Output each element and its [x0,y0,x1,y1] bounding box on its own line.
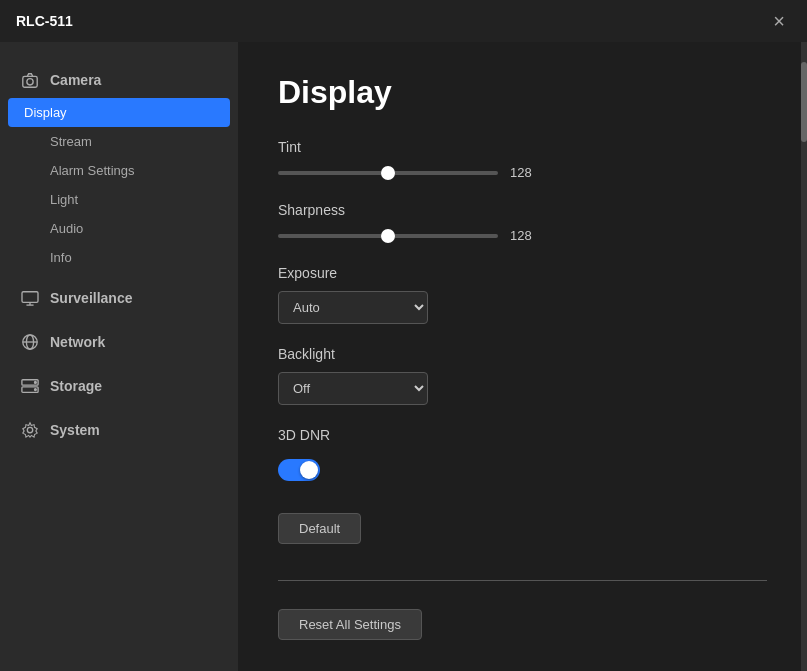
svg-point-1 [27,79,33,85]
close-button[interactable]: × [767,9,791,33]
window-title: RLC-511 [16,13,73,29]
sidebar-header-camera[interactable]: Camera [0,62,238,98]
sidebar-header-surveillance[interactable]: Surveillance [0,280,238,316]
storage-icon [20,376,40,396]
app-window: RLC-511 × Camera Display [0,0,807,671]
dnr-setting: 3D DNR [278,427,767,485]
sidebar: Camera Display Stream Alarm Settings Lig… [0,42,238,671]
settings-divider [278,580,767,581]
sidebar-section-network: Network [0,324,238,360]
scrollbar-thumb[interactable] [801,62,807,142]
tint-value: 128 [510,165,540,180]
backlight-setting: Backlight Off On HLCI [278,346,767,405]
sidebar-section-storage: Storage [0,368,238,404]
exposure-setting: Exposure Auto Manual [278,265,767,324]
surveillance-icon [20,288,40,308]
sharpness-slider-container: 128 [278,228,767,243]
tint-setting: Tint 128 [278,139,767,180]
reset-all-button[interactable]: Reset All Settings [278,609,422,640]
titlebar: RLC-511 × [0,0,807,42]
sidebar-header-network[interactable]: Network [0,324,238,360]
sidebar-item-audio[interactable]: Audio [0,214,238,243]
sidebar-section-surveillance: Surveillance [0,280,238,316]
sidebar-item-info[interactable]: Info [0,243,238,272]
scrollbar-track[interactable] [801,42,807,671]
sidebar-camera-label: Camera [50,72,101,88]
sidebar-storage-label: Storage [50,378,102,394]
sidebar-item-alarm-settings[interactable]: Alarm Settings [0,156,238,185]
sidebar-item-display[interactable]: Display [8,98,230,127]
svg-rect-2 [22,292,38,303]
page-title: Display [278,74,767,111]
backlight-select[interactable]: Off On HLCI [278,372,428,405]
svg-point-12 [27,427,32,432]
network-icon [20,332,40,352]
sidebar-network-label: Network [50,334,105,350]
toggle-knob [300,461,318,479]
sidebar-header-storage[interactable]: Storage [0,368,238,404]
svg-point-10 [35,382,37,384]
sidebar-header-system[interactable]: System [0,412,238,448]
sidebar-system-label: System [50,422,100,438]
sidebar-surveillance-label: Surveillance [50,290,133,306]
main-content: Display Tint 128 Sharpness 128 Exposure [238,42,807,671]
exposure-select[interactable]: Auto Manual [278,291,428,324]
tint-slider[interactable] [278,171,498,175]
sharpness-value: 128 [510,228,540,243]
sharpness-slider[interactable] [278,234,498,238]
sidebar-section-system: System [0,412,238,448]
dnr-toggle[interactable] [278,459,320,481]
sidebar-item-stream[interactable]: Stream [0,127,238,156]
default-button[interactable]: Default [278,513,361,544]
camera-icon [20,70,40,90]
system-icon [20,420,40,440]
tint-label: Tint [278,139,767,155]
dnr-label: 3D DNR [278,427,767,443]
main-layout: Camera Display Stream Alarm Settings Lig… [0,42,807,671]
sharpness-setting: Sharpness 128 [278,202,767,243]
sidebar-item-light[interactable]: Light [0,185,238,214]
backlight-label: Backlight [278,346,767,362]
sidebar-section-camera: Camera Display Stream Alarm Settings Lig… [0,62,238,272]
sharpness-label: Sharpness [278,202,767,218]
tint-slider-container: 128 [278,165,767,180]
svg-point-11 [35,389,37,391]
exposure-label: Exposure [278,265,767,281]
